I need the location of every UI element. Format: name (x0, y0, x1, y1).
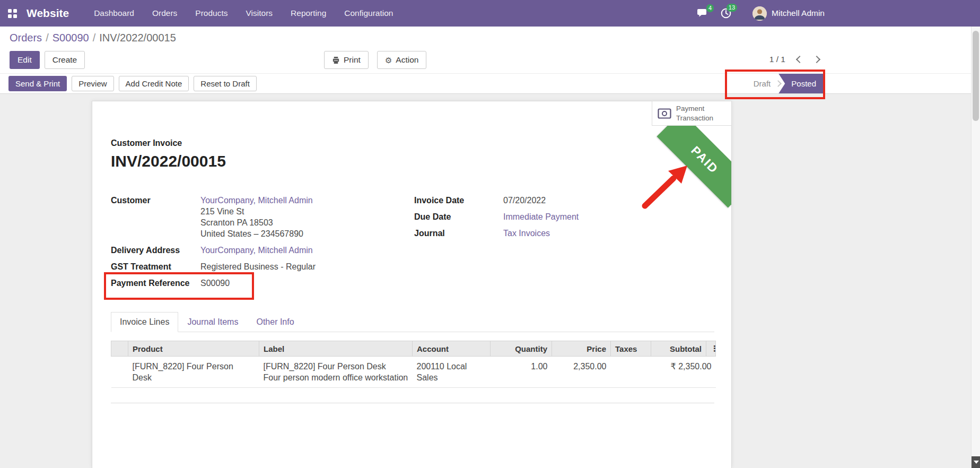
cell-quantity: 1.00 (491, 357, 552, 388)
column-account[interactable]: Account (413, 341, 491, 357)
top-navbar: Website Dashboard Orders Products Visito… (0, 0, 980, 27)
nav-item-visitors[interactable]: Visitors (237, 0, 282, 27)
activities-count-badge: 13 (727, 4, 737, 12)
column-quantity[interactable]: Quantity (491, 341, 552, 357)
nav-item-products[interactable]: Products (186, 0, 237, 27)
document-type-label: Customer Invoice (111, 138, 714, 148)
column-taxes[interactable]: Taxes (611, 341, 651, 357)
banknote-icon (658, 108, 671, 119)
invoice-sheet: Payment Transaction PAID Customer Invoic… (92, 101, 732, 468)
customer-address-line: 215 Vine St (200, 207, 244, 216)
tab-journal-items[interactable]: Journal Items (178, 312, 247, 332)
cell-price: 2,350.00 (552, 357, 611, 388)
form-statusbar: Send & Print Preview Add Credit Note Res… (0, 73, 971, 94)
print-button[interactable]: Print (324, 51, 369, 69)
nav-item-reporting[interactable]: Reporting (282, 0, 335, 27)
chevron-right-icon (775, 80, 782, 87)
invoice-lines-table: Product Label Account Quantity Price Tax… (111, 341, 716, 388)
field-invoice-date: Invoice Date 07/20/2022 (414, 195, 714, 206)
scrollbar-thumb[interactable] (973, 31, 979, 121)
navbar-systray: 4 13 Mitchell Admin (697, 0, 825, 27)
reset-to-draft-button[interactable]: Reset to Draft (194, 76, 257, 91)
tab-other-info[interactable]: Other Info (247, 312, 303, 332)
pager-next-button[interactable] (813, 56, 820, 63)
field-journal: Journal Tax Invoices (414, 228, 714, 239)
printer-icon (332, 56, 340, 64)
section-divider (111, 403, 714, 403)
customer-address-line: Scranton PA 18503 (200, 218, 273, 227)
column-label[interactable]: Label (259, 341, 413, 357)
breadcrumb-sale-order[interactable]: S00090 (52, 32, 89, 44)
field-due-date: Due Date Immediate Payment (414, 211, 714, 222)
table-row[interactable]: [FURN_8220] Four Person Desk [FURN_8220]… (111, 357, 716, 388)
cell-product: [FURN_8220] Four Person Desk (128, 357, 259, 388)
payment-transaction-label: Payment Transaction (676, 104, 713, 123)
optional-columns-button[interactable]: ⋮ (706, 341, 716, 357)
pager: 1 / 1 (769, 55, 819, 64)
activities-button[interactable]: 13 (721, 8, 731, 19)
content-background: Payment Transaction PAID Customer Invoic… (0, 94, 971, 468)
cell-account: 200110 Local Sales (413, 357, 491, 388)
cell-label: [FURN_8220] Four Person Desk Four person… (259, 357, 413, 388)
breadcrumb-separator: / (46, 32, 49, 44)
nav-item-configuration[interactable]: Configuration (335, 0, 402, 27)
column-product[interactable]: Product (128, 341, 259, 357)
breadcrumb-current: INV/2022/00015 (99, 32, 176, 44)
preview-button[interactable]: Preview (72, 76, 113, 91)
customer-link[interactable]: YourCompany, Mitchell Admin (200, 196, 313, 205)
nav-item-orders[interactable]: Orders (143, 0, 186, 27)
messages-button[interactable]: 4 (697, 8, 708, 18)
field-customer: Customer YourCompany, Mitchell Admin 215… (111, 195, 414, 239)
cell-taxes (611, 357, 651, 388)
pager-previous-button[interactable] (796, 56, 803, 63)
journal-link[interactable]: Tax Invoices (503, 228, 550, 239)
edit-button[interactable]: Edit (10, 51, 40, 69)
table-header-row: Product Label Account Quantity Price Tax… (111, 341, 716, 357)
customer-address-line: United States – 234567890 (200, 229, 303, 238)
tab-invoice-lines[interactable]: Invoice Lines (111, 312, 178, 332)
column-price[interactable]: Price (552, 341, 611, 357)
breadcrumb-orders[interactable]: Orders (10, 32, 42, 44)
gear-icon: ⚙ (385, 56, 392, 64)
app-brand[interactable]: Website (27, 7, 69, 20)
breadcrumb: Orders/S00090/INV/2022/00015 (10, 32, 176, 44)
create-button[interactable]: Create (45, 51, 85, 69)
user-menu[interactable]: Mitchell Admin (752, 6, 825, 21)
nav-item-dashboard[interactable]: Dashboard (85, 0, 143, 27)
action-button[interactable]: ⚙ Action (377, 51, 427, 69)
send-print-button[interactable]: Send & Print (8, 76, 67, 91)
pager-count: 1 / 1 (769, 55, 785, 64)
cell-subtotal: ₹ 2,350.00 (651, 357, 716, 388)
add-credit-note-button[interactable]: Add Credit Note (119, 76, 189, 91)
apps-grid-icon (8, 9, 17, 18)
field-delivery-address: Delivery Address YourCompany, Mitchell A… (111, 245, 414, 256)
field-payment-reference: Payment Reference S00090 (111, 278, 414, 289)
invoice-number-title: INV/2022/00015 (111, 152, 714, 170)
column-drag-handle (111, 341, 128, 357)
payment-transaction-button[interactable]: Payment Transaction (652, 101, 732, 126)
column-subtotal[interactable]: Subtotal (651, 341, 706, 357)
status-stage-draft[interactable]: Draft (748, 79, 776, 88)
due-date-link[interactable]: Immediate Payment (503, 211, 579, 222)
user-avatar (752, 6, 767, 21)
breadcrumb-separator: / (93, 32, 96, 44)
cell-handle (111, 357, 128, 388)
apps-menu-button[interactable] (0, 0, 24, 27)
scrollbar-down-button[interactable] (972, 456, 980, 468)
vertical-scrollbar[interactable] (971, 27, 980, 468)
status-widget: Draft Posted (748, 74, 824, 93)
delivery-address-link[interactable]: YourCompany, Mitchell Admin (200, 245, 313, 256)
user-name: Mitchell Admin (772, 8, 825, 18)
notebook-tabs: Invoice Lines Journal Items Other Info (111, 312, 714, 332)
messages-count-badge: 4 (706, 4, 714, 12)
field-gst-treatment: GST Treatment Registered Business - Regu… (111, 261, 414, 272)
status-stage-posted[interactable]: Posted (778, 74, 824, 93)
